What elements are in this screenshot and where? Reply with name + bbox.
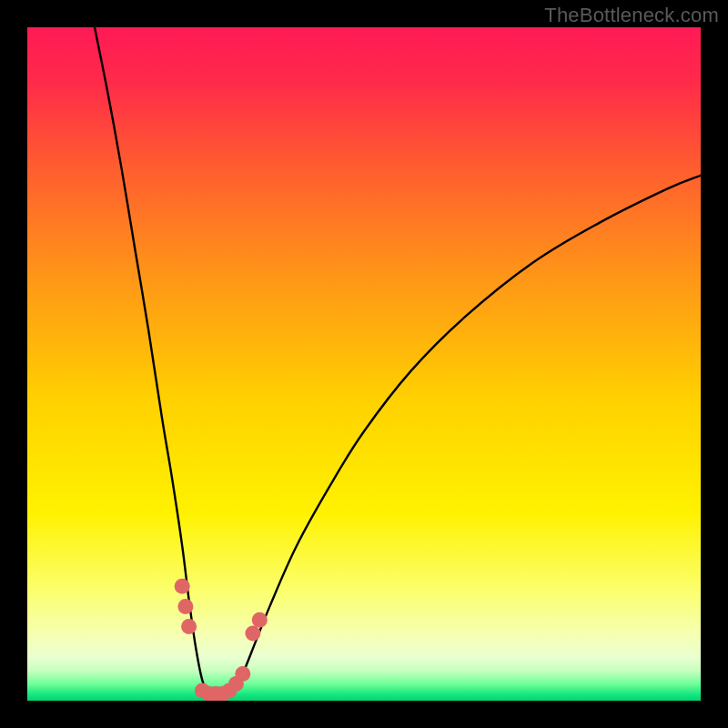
marker-dot [235, 666, 250, 682]
marker-dot [245, 626, 260, 642]
curve-layer [27, 27, 701, 701]
marker-dot [252, 612, 268, 628]
marker-dot [181, 619, 197, 634]
marker-dot [175, 579, 190, 594]
marker-dot [177, 599, 193, 614]
watermark-text: TheBottleneck.com [544, 4, 719, 27]
chart-frame: TheBottleneck.com [0, 0, 728, 728]
plot-area [27, 27, 701, 701]
bottleneck-curve [95, 27, 701, 698]
